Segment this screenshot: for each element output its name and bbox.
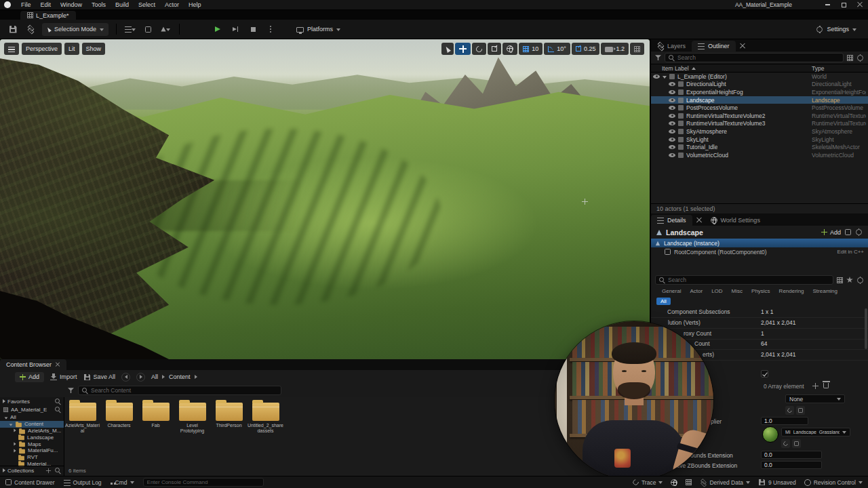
none-dropdown[interactable]: None — [785, 394, 845, 403]
details-scrollbar[interactable] — [865, 308, 867, 349]
brush-mode-dropdown[interactable] — [124, 23, 136, 36]
back-button[interactable] — [121, 373, 130, 382]
grid-snap-button[interactable]: 10 — [519, 43, 542, 55]
breadcrumb-all[interactable]: All — [151, 373, 158, 380]
visibility-eye-icon[interactable] — [669, 114, 675, 118]
add-content-button[interactable]: Add — [15, 372, 44, 382]
camera-speed-button[interactable]: 1.2 — [601, 43, 629, 55]
minimize-button[interactable] — [819, 0, 835, 10]
project-browser-icon[interactable] — [24, 23, 37, 36]
content-search-input[interactable] — [91, 387, 277, 394]
browse-asset-icon[interactable] — [785, 406, 794, 415]
scale-tool-button[interactable] — [488, 43, 501, 55]
tab-content-browser[interactable]: Content Browser — [0, 359, 66, 370]
tree-item-azielarts[interactable]: AzielArts_M... — [0, 428, 64, 434]
select-tool-button[interactable] — [441, 43, 454, 55]
menu-help[interactable]: Help — [184, 0, 206, 10]
category-streaming[interactable]: Streaming — [813, 288, 837, 294]
outliner-row-level[interactable]: L_Example (Editor)World — [651, 73, 868, 81]
tree-item-all[interactable]: All — [0, 414, 64, 421]
tab-details[interactable]: Details — [651, 215, 692, 226]
details-search-box[interactable] — [655, 275, 833, 285]
tree-item-content[interactable]: Content — [0, 421, 64, 428]
folder-fab[interactable]: Fab — [138, 403, 174, 428]
visibility-eye-icon[interactable] — [669, 90, 675, 94]
tree-item-landscape[interactable]: Landscape — [0, 434, 64, 441]
maximize-button[interactable] — [835, 0, 852, 10]
visibility-eye-icon[interactable] — [669, 82, 675, 86]
filter-icon[interactable] — [68, 388, 74, 394]
category-actor[interactable]: Actor — [690, 288, 703, 294]
property-checkbox[interactable] — [761, 370, 768, 378]
details-settings-icon[interactable] — [855, 228, 863, 236]
use-selected-icon[interactable] — [796, 406, 805, 415]
outliner-settings-icon[interactable] — [856, 54, 864, 62]
outliner-row-volumetriccloud[interactable]: VolumetricCloudVolumetricCloud — [651, 151, 868, 159]
play-options-icon[interactable] — [264, 23, 277, 36]
close-content-browser-icon[interactable] — [56, 363, 60, 367]
search-icon[interactable] — [55, 407, 61, 413]
menu-file[interactable]: File — [16, 0, 36, 10]
add-component-button[interactable]: Add — [821, 229, 841, 236]
outliner-search-input[interactable] — [677, 54, 840, 61]
outliner-row-tutorial-idle[interactable]: Tutorial_IdleSkeletalMeshActor — [651, 143, 868, 151]
visibility-eye-icon[interactable] — [669, 121, 675, 125]
tab-world-settings[interactable]: World Settings — [705, 215, 766, 226]
skip-button[interactable] — [229, 23, 241, 36]
project-section[interactable]: AA_Material_E — [0, 406, 64, 415]
forward-button[interactable] — [136, 373, 145, 382]
console-command-input[interactable] — [147, 479, 260, 485]
outliner-row-landscape[interactable]: LandscapeLandscape — [651, 96, 868, 104]
search-icon[interactable] — [55, 399, 61, 405]
move-tool-button[interactable] — [455, 43, 471, 55]
add-array-element-icon[interactable] — [812, 383, 818, 389]
platforms-dropdown[interactable]: Platforms — [292, 23, 345, 36]
scale-snap-button[interactable]: 0.25 — [572, 43, 600, 55]
play-button[interactable] — [212, 23, 224, 36]
viewport-options-menu[interactable] — [4, 43, 19, 55]
close-outliner-icon[interactable] — [737, 41, 748, 52]
tab-layers[interactable]: Layers — [651, 41, 692, 52]
derived-data-dropdown[interactable]: Derived Data — [700, 479, 750, 486]
outliner-column-headers[interactable]: Item Label Type — [651, 64, 868, 73]
mode-icon-1[interactable] — [142, 23, 154, 36]
display-filter-icon[interactable] — [837, 277, 843, 283]
insights-icon[interactable] — [671, 479, 677, 486]
outliner-row-rvt3[interactable]: RuntimeVirtualTextureVolume3RuntimeVirtu… — [651, 120, 868, 128]
folder-azielarts-material[interactable]: AzielArts_Material — [64, 403, 100, 434]
menu-build[interactable]: Build — [111, 0, 134, 10]
close-button[interactable] — [852, 0, 868, 10]
material-dropdown[interactable]: MI_Landscape_Grassland1 — [781, 428, 850, 436]
tree-item-materialfu[interactable]: MaterialFu... — [0, 447, 64, 454]
material-thumbnail[interactable] — [762, 426, 778, 443]
visibility-eye-icon[interactable] — [669, 129, 675, 134]
add-collection-icon[interactable] — [46, 468, 51, 472]
outliner-row-heightfog[interactable]: ExponentialHeightFogExponentialHeightFog — [651, 88, 868, 96]
landscape-mode-dropdown[interactable] — [159, 23, 172, 36]
cmd-dropdown[interactable]: Cmd — [111, 479, 134, 486]
visibility-eye-icon[interactable] — [669, 153, 675, 157]
unsaved-button[interactable]: 9 Unsaved — [758, 479, 796, 486]
visibility-eye-icon[interactable] — [653, 75, 660, 79]
selection-mode-dropdown[interactable]: Selection Mode — [42, 23, 108, 36]
component-row-landscape-instance[interactable]: Landscape (Instance) — [651, 239, 868, 247]
outliner-row-skyatmosphere[interactable]: SkyAtmosphereSkyAtmosphere — [651, 127, 868, 136]
visibility-eye-icon[interactable] — [669, 138, 675, 142]
trace-dropdown[interactable]: Trace — [633, 479, 663, 486]
tab-outliner[interactable]: Outliner — [692, 41, 736, 52]
details-options-icon[interactable] — [845, 229, 851, 235]
outliner-search-box[interactable] — [665, 53, 844, 62]
menu-tools[interactable]: Tools — [87, 0, 111, 10]
console-command-box[interactable] — [143, 478, 264, 487]
component-row-rootcomponent[interactable]: RootComponent (RootComponent0) Edit in C… — [651, 247, 868, 256]
breadcrumb-content[interactable]: Content — [169, 373, 191, 380]
edit-in-cpp-link[interactable]: Edit in C++ — [837, 249, 864, 255]
view-mode-dropdown[interactable]: Lit — [64, 43, 79, 55]
close-details-icon[interactable] — [694, 215, 705, 226]
use-selected-material-icon[interactable] — [792, 439, 801, 448]
rotate-tool-button[interactable] — [472, 43, 486, 55]
level-tab[interactable]: L_Example* — [20, 11, 76, 20]
save-all-button[interactable]: Save All — [83, 373, 116, 381]
menu-window[interactable]: Window — [56, 0, 87, 10]
filter-icon[interactable] — [655, 55, 661, 61]
